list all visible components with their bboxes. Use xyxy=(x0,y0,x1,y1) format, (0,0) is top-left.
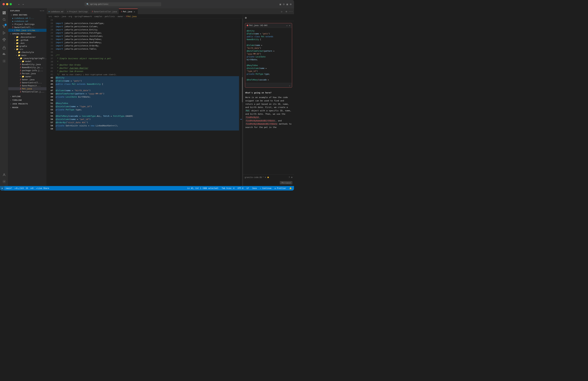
svg-point-6 xyxy=(4,27,5,28)
person-file[interactable]: J Person.java xyxy=(8,72,46,75)
mvn-folder[interactable]: ›📁 .mvn xyxy=(8,42,46,45)
split-editor-icon[interactable]: ⊟ xyxy=(283,3,285,6)
help-icon[interactable]: ? xyxy=(289,176,290,179)
explorer-more-icon[interactable]: ··· xyxy=(40,9,44,12)
code-line-46 xyxy=(56,86,239,89)
close-popup-icon[interactable]: ✕ xyxy=(289,24,290,27)
extensions-activity-item[interactable] xyxy=(1,37,7,43)
java-org-folder[interactable]: ▾📁 java/org/springfr... xyxy=(8,57,46,60)
maximize-button[interactable] xyxy=(10,3,12,5)
edit-popup-icon[interactable]: ✏ xyxy=(286,24,288,27)
minimize-button[interactable] xyxy=(6,3,8,5)
main-folder[interactable]: ▾📁 main xyxy=(8,54,46,57)
accounts-activity-item[interactable] xyxy=(1,172,7,178)
split-tab-icon[interactable]: ⊟ xyxy=(284,10,288,13)
tab-close-pet[interactable]: ✕ xyxy=(133,10,136,13)
more-tab-icon[interactable]: ··· xyxy=(289,10,293,13)
cursor-position-item[interactable]: Ln 43, Col 1 (808 selected) xyxy=(187,187,219,189)
layout-icon[interactable]: ⊞ xyxy=(290,3,292,6)
model-folder[interactable]: ▾📁 model xyxy=(8,60,46,63)
chevron-down-icon[interactable]: ⌄ xyxy=(289,84,290,87)
svg-point-19 xyxy=(4,61,5,62)
project-header[interactable]: ▾SPRING-PETCLINIC xyxy=(8,32,46,36)
owner-controller-file[interactable]: J OwnerControll... xyxy=(8,81,46,84)
checkstyle-folder[interactable]: ›📁 checkstyle xyxy=(8,51,46,54)
base-entity-file[interactable]: J BaseEntity.java xyxy=(8,63,46,66)
open-editor-owner-controller[interactable]: J OwnerControll... xyxy=(8,26,46,29)
folder-icon-2: 📁 xyxy=(16,39,19,41)
tab-pet-java[interactable]: J Pet.java ✕ xyxy=(119,9,138,14)
errors-item[interactable]: ✕ 0 △ 2 ℹ 0 15 xyxy=(14,187,29,189)
close-button[interactable] xyxy=(2,3,5,5)
prettier-item[interactable]: ◎ Prettier xyxy=(274,187,287,189)
live-share-item[interactable]: ↗ Live Share xyxy=(35,187,50,189)
outline-header[interactable]: ›OUTLINE xyxy=(8,94,46,98)
scrollbar[interactable] xyxy=(242,19,243,186)
gradle-folder[interactable]: ›📁 gradle xyxy=(8,45,46,48)
ai-model-selector[interactable]: granite-code:8b ⌃ xyxy=(245,176,264,179)
cancel-button[interactable]: ⌘◎ Cancel xyxy=(280,181,293,184)
code-editor[interactable]: 25 26 27 28 29 30 31 32 33 34 35 36 37 3… xyxy=(47,19,243,186)
remote-status-item[interactable]: ⊕ xyxy=(0,186,4,190)
panel-toggle-icon[interactable]: ▣ xyxy=(287,3,288,6)
owner-folder[interactable]: ▾📁 owner xyxy=(8,75,46,78)
git-branch-icon: ⑂ xyxy=(5,187,6,189)
ports-item[interactable]: ⊗ 0 xyxy=(30,187,34,189)
timeline-header[interactable]: ›TIMELINE xyxy=(8,98,46,102)
maven-header[interactable]: ›MAVEN xyxy=(8,106,46,109)
pet-java-file[interactable]: J Pet.java xyxy=(8,87,46,90)
owner-java-file[interactable]: J Owner.java xyxy=(8,78,46,81)
explorer-header[interactable]: EXPLORER ··· xyxy=(8,8,46,13)
ai-icon: ⚙ xyxy=(245,16,247,19)
close-file-icon[interactable]: ✕ xyxy=(12,29,13,31)
ai-code-popup: Pet.java (43-84) ✏ ✕ @Entity @Table(name… xyxy=(245,23,292,88)
search-bar[interactable]: 🔍 spring-petclinic xyxy=(84,2,161,6)
explorer-activity-item[interactable] xyxy=(1,10,7,16)
language-item[interactable]: Java xyxy=(252,187,257,189)
add-icon[interactable]: + xyxy=(265,176,266,179)
tab-size-item[interactable]: Tab Size: 4 xyxy=(221,187,235,189)
run-debug-activity-item[interactable] xyxy=(1,30,7,36)
source-control-activity-item[interactable]: 1 xyxy=(1,23,7,29)
named-entity-file[interactable]: J NamedEntity.ja... xyxy=(8,66,46,69)
svg-point-21 xyxy=(4,181,5,182)
svg-point-7 xyxy=(3,25,4,26)
code-content[interactable]: import jakarta.persistence.CascadeType; … xyxy=(54,19,240,186)
tab-project-settings[interactable]: ⊡ Project Settings xyxy=(65,9,90,14)
github-folder[interactable]: ›📁 .github xyxy=(8,39,46,42)
src-folder[interactable]: ▾📁 src xyxy=(8,48,46,51)
open-editor-codebase-2[interactable]: ◆ codebase.md xyxy=(8,20,46,23)
folder-icon-9: 📁 xyxy=(22,60,24,63)
run-tab-icon[interactable]: ▷ xyxy=(280,10,284,13)
search-activity-item[interactable] xyxy=(1,16,7,23)
tab-codebase-md[interactable]: ◆ codebase.md xyxy=(47,9,65,14)
open-editor-pet-java[interactable]: ✕ J Pet.java src/ma... xyxy=(8,29,46,32)
open-editors-header[interactable]: ▾OPEN EDITORS xyxy=(8,13,46,17)
manage-activity-item[interactable] xyxy=(1,178,7,185)
tab-owner-controller[interactable]: J OwnerController.java xyxy=(90,9,119,14)
back-button[interactable]: ← xyxy=(18,2,21,6)
forward-button[interactable]: → xyxy=(22,2,25,6)
notification-item[interactable]: 🔔 xyxy=(289,187,293,189)
java-projects-header[interactable]: ›JAVA PROJECTS xyxy=(8,102,46,106)
warning-icon: △ xyxy=(18,187,19,189)
docker-activity-item[interactable] xyxy=(1,51,7,58)
settings-footer-icon[interactable]: ⚙ xyxy=(291,176,293,179)
owner-repository-file[interactable]: J OwnerReposit... xyxy=(8,84,46,87)
encoding-item[interactable]: UTF-8 xyxy=(237,187,244,189)
editor-main: src› main› java› org› springframework› s… xyxy=(47,14,294,186)
sidebar-toggle-icon[interactable]: ▣ xyxy=(279,3,281,6)
open-editor-codebase-1[interactable]: ◆ codebase.md (... xyxy=(8,17,46,20)
ai-footer-right: ? ⚙ xyxy=(289,176,293,179)
remote-activity-item[interactable] xyxy=(1,45,7,51)
package-info-file[interactable]: J package-info.j... xyxy=(8,69,46,72)
continue-item[interactable]: ✓ Continue xyxy=(259,187,272,189)
devcontainer-folder[interactable]: ›📁 .devcontainer xyxy=(8,36,46,39)
line-ending-item[interactable]: LF xyxy=(246,187,250,189)
error-icon: ✕ xyxy=(15,187,16,189)
open-editor-project-settings[interactable]: ⊡ Project Settings xyxy=(8,23,46,26)
settings-activity-item[interactable] xyxy=(1,58,7,64)
git-branch-item[interactable]: ⑂ main* xyxy=(4,187,13,189)
pet-controller-file[interactable]: J PetController.j... xyxy=(8,90,46,93)
code-line: /** xyxy=(56,54,239,57)
